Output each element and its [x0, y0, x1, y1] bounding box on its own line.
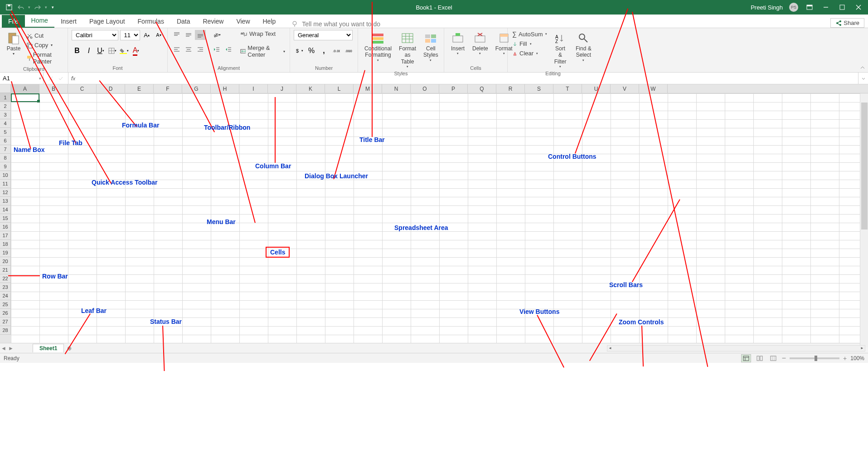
col-header-P[interactable]: P: [439, 84, 468, 93]
row-header-9[interactable]: 9: [0, 162, 11, 171]
align-right-icon[interactable]: [195, 44, 206, 54]
sort-filter-button[interactable]: AZSort & Filter▾: [550, 30, 570, 70]
copy-button[interactable]: Copy▾: [25, 41, 64, 49]
format-painter-button[interactable]: Format Painter: [25, 51, 64, 65]
tab-file[interactable]: File: [2, 15, 25, 28]
row-header-3[interactable]: 3: [0, 111, 11, 119]
tab-data[interactable]: Data: [170, 15, 197, 28]
active-cell[interactable]: [11, 93, 39, 102]
paste-button[interactable]: Paste▾: [4, 30, 24, 57]
col-header-I[interactable]: I: [239, 84, 268, 93]
add-sheet-button[interactable]: ⊕: [64, 345, 75, 352]
vertical-scrollbar[interactable]: [860, 93, 868, 347]
minimize-icon[interactable]: [821, 2, 831, 12]
cells-grid[interactable]: [11, 93, 868, 343]
col-header-Q[interactable]: Q: [468, 84, 496, 93]
row-header-21[interactable]: 21: [0, 266, 11, 274]
align-middle-icon[interactable]: [183, 30, 194, 40]
row-header-15[interactable]: 15: [0, 214, 11, 223]
bold-button[interactable]: B: [72, 46, 82, 56]
underline-button[interactable]: U▾: [95, 46, 106, 56]
font-size-select[interactable]: 11: [120, 30, 140, 40]
zoom-slider[interactable]: [790, 357, 839, 359]
autosum-button[interactable]: ∑AutoSum▾: [511, 30, 548, 38]
col-header-T[interactable]: T: [553, 84, 582, 93]
col-header-J[interactable]: J: [268, 84, 296, 93]
col-header-V[interactable]: V: [611, 84, 639, 93]
tab-view[interactable]: View: [230, 15, 256, 28]
row-header-23[interactable]: 23: [0, 283, 11, 292]
col-header-S[interactable]: S: [525, 84, 553, 93]
row-header-22[interactable]: 22: [0, 274, 11, 283]
save-icon[interactable]: [5, 3, 14, 12]
view-page-layout-icon[interactable]: [755, 354, 765, 362]
zoom-in-button[interactable]: +: [843, 355, 847, 362]
view-normal-icon[interactable]: [741, 354, 751, 362]
horizontal-scrollbar[interactable]: [607, 345, 865, 352]
row-header-16[interactable]: 16: [0, 223, 11, 231]
sheet-nav-next[interactable]: ►: [7, 345, 15, 352]
col-header-G[interactable]: G: [182, 84, 211, 93]
col-header-C[interactable]: C: [68, 84, 97, 93]
expand-formula-icon[interactable]: [858, 73, 868, 84]
col-header-E[interactable]: E: [125, 84, 154, 93]
col-header-B[interactable]: B: [39, 84, 68, 93]
col-header-R[interactable]: R: [496, 84, 525, 93]
col-header-L[interactable]: L: [325, 84, 354, 93]
tab-home[interactable]: Home: [25, 14, 54, 28]
row-header-2[interactable]: 2: [0, 102, 11, 111]
row-header-5[interactable]: 5: [0, 128, 11, 137]
row-header-28[interactable]: 28: [0, 326, 11, 335]
cut-button[interactable]: Cut: [25, 32, 64, 39]
row-header-1[interactable]: 1: [0, 93, 11, 102]
share-button[interactable]: Share: [830, 18, 864, 28]
percent-format-icon[interactable]: %: [306, 46, 316, 56]
row-header-17[interactable]: 17: [0, 231, 11, 240]
wrap-text-button[interactable]: abWrap Text: [239, 30, 286, 38]
find-select-button[interactable]: Find & Select▾: [572, 30, 595, 63]
view-page-break-icon[interactable]: [768, 354, 778, 362]
row-header-27[interactable]: 27: [0, 317, 11, 326]
borders-button[interactable]: ▾: [107, 46, 118, 56]
maximize-icon[interactable]: [837, 2, 847, 12]
fill-color-button[interactable]: ▾: [119, 46, 130, 56]
number-format-select[interactable]: General: [294, 30, 353, 40]
fx-icon[interactable]: fx: [68, 73, 78, 84]
user-avatar[interactable]: PS: [789, 3, 798, 12]
row-header-18[interactable]: 18: [0, 240, 11, 249]
name-box[interactable]: A1: [0, 73, 44, 84]
col-header-F[interactable]: F: [154, 84, 182, 93]
user-name[interactable]: Preeti Singh: [751, 4, 783, 11]
col-header-N[interactable]: N: [382, 84, 411, 93]
row-header-8[interactable]: 8: [0, 154, 11, 162]
merge-center-button[interactable]: Merge & Center▾: [239, 44, 286, 59]
clear-button[interactable]: Clear▾: [511, 49, 548, 57]
tab-page-layout[interactable]: Page Layout: [83, 15, 131, 28]
orientation-icon[interactable]: ab▾: [211, 30, 222, 40]
row-header-14[interactable]: 14: [0, 205, 11, 214]
sheet-nav-prev[interactable]: ◄: [0, 345, 7, 352]
conditional-formatting-button[interactable]: Conditional Formatting▾: [362, 30, 394, 63]
undo-icon[interactable]: [16, 3, 25, 12]
tab-review[interactable]: Review: [197, 15, 230, 28]
insert-cells-button[interactable]: Insert▾: [448, 30, 468, 57]
increase-font-icon[interactable]: A▴: [142, 30, 152, 40]
col-header-M[interactable]: M: [354, 84, 382, 93]
col-header-A[interactable]: A: [11, 84, 39, 93]
accounting-format-icon[interactable]: $▾: [294, 46, 304, 56]
row-header-12[interactable]: 12: [0, 188, 11, 197]
align-left-icon[interactable]: [171, 44, 182, 54]
row-header-20[interactable]: 20: [0, 257, 11, 266]
select-all-corner[interactable]: [0, 84, 11, 93]
font-name-select[interactable]: Calibri: [72, 30, 118, 40]
align-bottom-icon[interactable]: [195, 30, 206, 40]
row-header-24[interactable]: 24: [0, 292, 11, 300]
font-color-button[interactable]: A▾: [131, 46, 141, 56]
tab-formulas[interactable]: Formulas: [131, 15, 170, 28]
row-header-26[interactable]: 26: [0, 309, 11, 317]
collapse-ribbon-icon[interactable]: [860, 65, 865, 70]
sheet-tab[interactable]: Sheet1: [33, 344, 64, 352]
row-header-6[interactable]: 6: [0, 137, 11, 145]
formula-input[interactable]: [78, 73, 858, 84]
col-header-D[interactable]: D: [97, 84, 125, 93]
